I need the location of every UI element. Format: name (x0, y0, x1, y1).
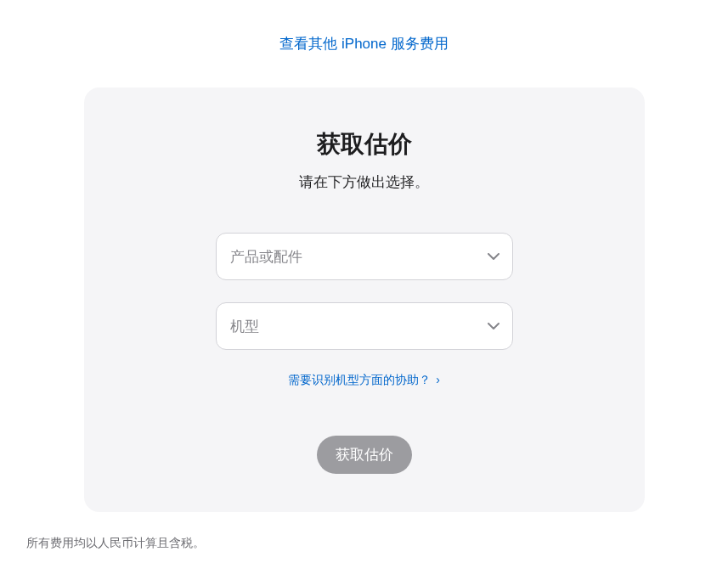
get-estimate-button[interactable]: 获取估价 (317, 436, 412, 474)
footer-notes: 所有费用均以人民币计算且含税。 截至 2023 年 2 月底，保外电池服务的费用… (18, 532, 709, 563)
card-title: 获取估价 (118, 128, 611, 160)
product-select-wrapper: 产品或配件 (216, 233, 513, 280)
top-link-container: 查看其他 iPhone 服务费用 (0, 34, 728, 53)
model-select-wrapper: 机型 (216, 302, 513, 350)
card-subtitle: 请在下方做出选择。 (118, 172, 611, 192)
model-select[interactable]: 机型 (216, 302, 513, 350)
help-link-container: 需要识别机型方面的协助？ (118, 372, 611, 388)
other-services-link[interactable]: 查看其他 iPhone 服务费用 (279, 36, 448, 52)
footer-line-1: 所有费用均以人民币计算且含税。 (26, 532, 701, 554)
product-select[interactable]: 产品或配件 (216, 233, 513, 280)
estimate-card: 获取估价 请在下方做出选择。 产品或配件 机型 需要识别机型方面的协助？ 获取估… (84, 87, 645, 512)
identify-model-help-link[interactable]: 需要识别机型方面的协助？ (288, 373, 440, 386)
